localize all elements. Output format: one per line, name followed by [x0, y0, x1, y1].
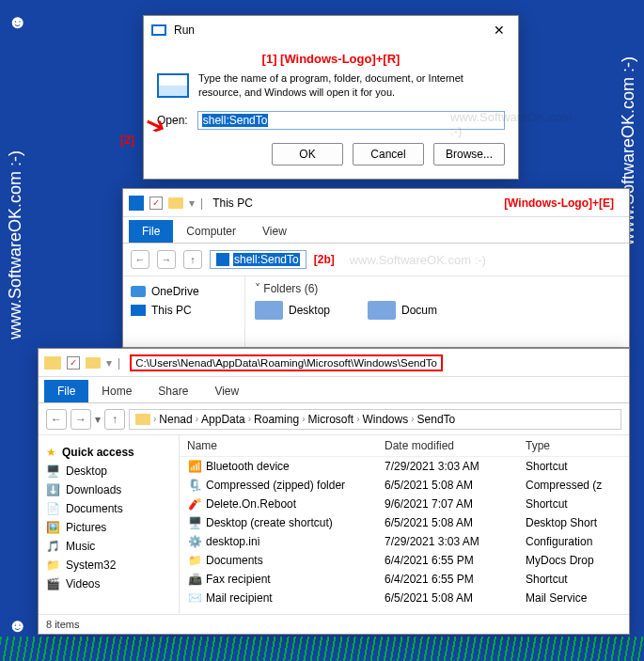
run-titlebar[interactable]: Run ✕	[144, 16, 518, 44]
folder-mini-icon[interactable]	[168, 197, 183, 209]
file-icon: 📶	[187, 460, 202, 473]
file-row[interactable]: 🧨Delete.On.Reboot 9/6/2021 7:07 AM Short…	[180, 495, 629, 513]
folder-icon	[135, 414, 150, 425]
folder-icon	[368, 301, 396, 320]
folder-mini-icon[interactable]	[86, 357, 101, 369]
file-row[interactable]: ⚙️desktop.ini 7/29/2021 3:03 AM Configur…	[180, 532, 629, 551]
callout-1: [1] [Windows-Logo]+[R]	[157, 52, 505, 66]
title-path-highlight: C:\Users\Nenad\AppData\Roaming\Microsoft…	[130, 354, 443, 371]
sidebar-item[interactable]: 🎵Music	[44, 537, 173, 556]
breadcrumb[interactable]: ›Nenad › AppData › Roaming › Microsoft ›…	[129, 409, 621, 430]
face-icon: ☻	[8, 11, 27, 33]
col-type: Type	[518, 435, 629, 456]
nav-back-icon[interactable]: ←	[46, 409, 67, 430]
qat-check-icon[interactable]: ✓	[149, 197, 163, 210]
sidebar-item[interactable]: 📄Documents	[44, 499, 173, 518]
cancel-button[interactable]: Cancel	[353, 143, 424, 165]
qat-dropdown-icon[interactable]: ▾	[106, 356, 112, 370]
sidebar-item[interactable]: 📁System32	[44, 556, 173, 574]
folder-item[interactable]: Desktop	[255, 299, 330, 322]
sidebar-item[interactable]: This PC	[129, 301, 239, 320]
thispc-mini-icon	[216, 253, 229, 266]
file-row[interactable]: 📶Bluetooth device 7/29/2021 3:03 AM Shor…	[180, 457, 629, 476]
tab-home[interactable]: Home	[88, 380, 145, 402]
file-row[interactable]: 🗜️Compressed (zipped) folder 6/5/2021 5:…	[180, 476, 629, 495]
qat-check-icon[interactable]: ✓	[67, 356, 80, 370]
tab-view[interactable]: View	[201, 380, 252, 402]
tab-computer[interactable]: Computer	[173, 220, 249, 243]
sidebar-item-icon: 📁	[46, 559, 60, 572]
tab-share[interactable]: Share	[145, 380, 201, 402]
crumb[interactable]: SendTo	[417, 413, 456, 426]
sidebar-quickaccess[interactable]: ★Quick access	[44, 443, 173, 462]
file-icon: ⚙️	[187, 535, 202, 548]
browse-button[interactable]: Browse...	[433, 143, 505, 165]
callout-hotkey-e: [Windows-Logo]+[E]	[504, 197, 614, 210]
file-icon: 🧨	[187, 497, 202, 511]
callout-2: [2]	[120, 134, 134, 147]
thispc-icon	[129, 196, 144, 211]
run-app-icon	[151, 24, 166, 36]
sidebar-item-icon: 📄	[46, 502, 60, 515]
nav-up-icon[interactable]: ↑	[183, 250, 202, 269]
grass-decoration	[0, 637, 644, 661]
branding-left: www.SoftwareOK.com :-)	[6, 150, 25, 339]
explorer1-sidebar: OneDrive This PC	[123, 276, 245, 347]
crumb[interactable]: Windows	[363, 413, 409, 426]
file-icon: 📁	[187, 554, 202, 567]
run-title: Run	[174, 24, 195, 37]
sidebar-item-icon: ⬇️	[46, 483, 60, 496]
run-description: Type the name of a program, folder, docu…	[198, 71, 505, 100]
folders-header[interactable]: ˅ Folders (6)	[255, 282, 620, 295]
star-icon: ★	[46, 446, 56, 459]
sidebar-item[interactable]: 🖼️Pictures	[44, 518, 173, 537]
file-icon: 🗜️	[187, 479, 202, 492]
sidebar-item[interactable]: ⬇️Downloads	[44, 480, 173, 499]
explorer1-titlebar[interactable]: ✓ ▾ | This PC [Windows-Logo]+[E]	[123, 189, 629, 217]
sidebar-item[interactable]: OneDrive	[129, 282, 239, 301]
sidebar-item[interactable]: 🖥️Desktop	[44, 462, 173, 480]
run-big-icon	[157, 73, 189, 98]
nav-fwd-icon[interactable]: →	[157, 250, 176, 269]
open-input[interactable]: shell:SendTo	[197, 111, 505, 130]
crumb[interactable]: AppData	[201, 413, 245, 426]
close-icon[interactable]: ✕	[488, 23, 510, 38]
explorer1-title: This PC	[212, 197, 253, 210]
column-headers[interactable]: Name Date modified Type	[180, 435, 629, 457]
sidebar-item-icon: 🖼️	[46, 521, 60, 534]
address-bar[interactable]: shell:SendTo	[210, 250, 306, 269]
explorer-thispc: ✓ ▾ | This PC [Windows-Logo]+[E] File Co…	[122, 188, 630, 348]
ok-button[interactable]: OK	[272, 143, 343, 165]
crumb[interactable]: Roaming	[254, 413, 299, 426]
file-icon: 📠	[187, 573, 202, 586]
sidebar-item-icon: 🎬	[46, 577, 60, 590]
nav-fwd-icon[interactable]: →	[71, 409, 91, 430]
onedrive-icon	[131, 286, 146, 297]
qat-dropdown-icon[interactable]: ▾	[189, 197, 195, 210]
explorer1-ribbon: File Computer View	[123, 217, 629, 244]
file-icon: ✉️	[187, 591, 202, 605]
crumb[interactable]: Nenad	[159, 413, 192, 426]
file-row[interactable]: 📁Documents 6/4/2021 6:55 PM MyDocs Drop	[180, 551, 629, 570]
run-dialog: Run ✕ [1] [Windows-Logo]+[R] Type the na…	[143, 15, 519, 180]
sidebar-item[interactable]: 🎬Videos	[44, 574, 173, 593]
explorer-sendto: ✓ ▾ | C:\Users\Nenad\AppData\Roaming\Mic…	[38, 348, 630, 635]
face-icon: ☻	[8, 615, 27, 637]
file-row[interactable]: 📠Fax recipient 6/4/2021 6:55 PM Shortcut	[180, 570, 629, 589]
thispc-icon	[131, 305, 146, 316]
file-row[interactable]: ✉️Mail recipient 6/5/2021 5:08 AM Mail S…	[180, 589, 629, 607]
nav-back-icon[interactable]: ←	[131, 250, 149, 269]
sidebar-item-icon: 🖥️	[46, 464, 60, 478]
tab-file[interactable]: File	[44, 380, 88, 402]
explorer2-ribbon: File Home Share View	[39, 377, 629, 403]
file-row[interactable]: 🖥️Desktop (create shortcut) 6/5/2021 5:0…	[180, 513, 629, 532]
nav-history-icon[interactable]: ▾	[95, 413, 101, 426]
nav-up-icon[interactable]: ↑	[104, 409, 125, 430]
explorer2-titlebar[interactable]: ✓ ▾ | C:\Users\Nenad\AppData\Roaming\Mic…	[39, 349, 629, 377]
file-icon: 🖥️	[187, 516, 202, 529]
tab-view[interactable]: View	[249, 220, 300, 243]
tab-file[interactable]: File	[129, 220, 173, 243]
folder-item[interactable]: Docum	[368, 299, 437, 322]
crumb[interactable]: Microsoft	[307, 413, 353, 426]
folder-icon	[44, 356, 61, 370]
